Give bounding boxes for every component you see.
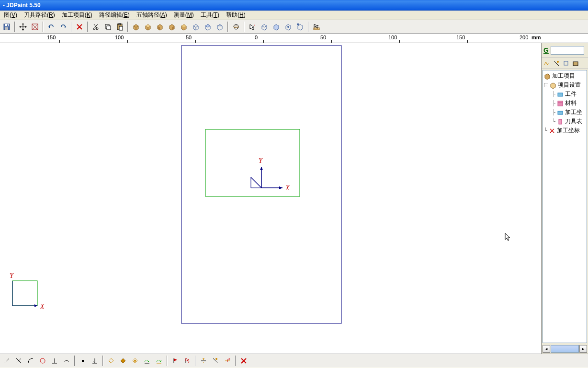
point-tool-icon[interactable] xyxy=(77,355,89,367)
diamond1-icon[interactable] xyxy=(105,355,117,367)
diamond3-icon[interactable] xyxy=(129,355,141,367)
svg-rect-25 xyxy=(119,26,123,30)
svg-marker-13 xyxy=(48,25,50,28)
select-arrow-icon[interactable]: x xyxy=(247,21,258,33)
project-tree[interactable]: 加工项目 - 项目设置 ├ 工件 ├ 材料 ├ 加工坐 xyxy=(543,70,587,343)
surface2-icon[interactable] xyxy=(153,355,165,367)
viewbox1-icon[interactable] xyxy=(259,21,270,33)
toollist-icon xyxy=(557,118,564,125)
canvas[interactable]: X Y X Y xyxy=(0,43,541,354)
diamond2-icon[interactable] xyxy=(117,355,129,367)
viewbox4-icon[interactable] xyxy=(294,21,306,33)
svg-line-43 xyxy=(196,26,198,27)
svg-rect-91 xyxy=(559,119,562,124)
box3-icon[interactable] xyxy=(154,21,166,33)
perp-tool-icon[interactable] xyxy=(49,355,60,367)
svg-text:x: x xyxy=(228,357,230,360)
tree-settings[interactable]: - 项目设置 xyxy=(544,80,586,90)
ruler-tool-icon[interactable] xyxy=(311,21,322,33)
delete2-icon[interactable] xyxy=(238,355,249,367)
g-code-input[interactable] xyxy=(551,46,584,55)
surface1-icon[interactable] xyxy=(141,355,153,367)
svg-marker-47 xyxy=(217,24,222,30)
tree-material[interactable]: ├ 材料 xyxy=(544,99,586,108)
box4-icon[interactable] xyxy=(166,21,178,33)
tree-toollist[interactable]: └ 刀具表 xyxy=(544,117,586,126)
curve-tool-icon[interactable] xyxy=(13,355,24,367)
separator xyxy=(227,22,228,32)
box1-icon[interactable] xyxy=(130,21,142,33)
menu-tools[interactable]: 工具(T) xyxy=(198,10,222,20)
cut-icon[interactable] xyxy=(90,21,102,33)
side-tool4-icon[interactable] xyxy=(571,59,580,68)
edit1-icon[interactable] xyxy=(198,355,209,367)
tree-root[interactable]: 加工项目 xyxy=(544,71,586,80)
tree-coordinate[interactable]: ├ 加工坐 xyxy=(544,108,586,117)
svg-rect-24 xyxy=(119,23,121,25)
separator xyxy=(167,356,168,366)
paste-icon[interactable] xyxy=(114,21,125,33)
arc-tool-icon[interactable] xyxy=(25,355,36,367)
coord-icon xyxy=(557,109,564,116)
scroll-right-icon[interactable]: ► xyxy=(579,345,587,353)
collapse-icon[interactable]: - xyxy=(544,83,548,87)
wirebox1-icon[interactable] xyxy=(190,21,202,33)
svg-point-97 xyxy=(40,358,45,363)
separator xyxy=(308,22,309,32)
svg-line-42 xyxy=(193,26,196,27)
move-icon[interactable] xyxy=(17,21,29,33)
tangent-tool-icon[interactable] xyxy=(61,355,72,367)
delete-icon[interactable] xyxy=(74,21,85,33)
svg-line-103 xyxy=(93,361,95,363)
circle-tool-icon[interactable] xyxy=(37,355,48,367)
redo-icon[interactable] xyxy=(57,21,69,33)
menu-toolpath[interactable]: 刀具路径(R) xyxy=(21,10,58,20)
flag1-icon[interactable] xyxy=(170,355,181,367)
svg-point-50 xyxy=(234,26,238,28)
box5-icon[interactable] xyxy=(178,21,190,33)
mini-y-label: Y xyxy=(10,272,14,279)
menu-measure[interactable]: 测量(M) xyxy=(171,10,197,20)
separator xyxy=(127,22,128,32)
svg-rect-82 xyxy=(564,61,568,65)
side-scrollbar[interactable]: ◄ ► xyxy=(543,345,587,353)
side-tool2-icon[interactable] xyxy=(552,59,561,68)
tree-workpiece[interactable]: ├ 工件 xyxy=(544,90,586,99)
svg-marker-104 xyxy=(109,358,113,363)
separator xyxy=(244,22,245,32)
menu-help[interactable]: 帮助(H) xyxy=(223,10,249,20)
scroll-left-icon[interactable]: ◄ xyxy=(543,345,550,353)
svg-point-120 xyxy=(215,358,217,360)
wirebox3-icon[interactable] xyxy=(214,21,226,33)
svg-text:x: x xyxy=(188,360,190,364)
side-tool1-icon[interactable] xyxy=(543,59,551,68)
fit-icon[interactable] xyxy=(29,21,41,33)
axis-tool-icon[interactable] xyxy=(89,355,101,367)
menu-5axis[interactable]: 五轴路径(A) xyxy=(134,10,170,20)
svg-rect-75 xyxy=(12,281,37,306)
menu-pathedit[interactable]: 路径编辑(E) xyxy=(96,10,133,20)
copy-icon[interactable] xyxy=(102,21,113,33)
edit2-icon[interactable] xyxy=(210,355,221,367)
svg-line-94 xyxy=(4,358,9,363)
svg-rect-87 xyxy=(558,101,563,106)
scroll-thumb[interactable] xyxy=(551,345,579,353)
box2-icon[interactable] xyxy=(142,21,154,33)
tree-coords-system[interactable]: └ 加工坐标 xyxy=(544,126,586,135)
viewbox2-icon[interactable] xyxy=(271,21,282,33)
svg-line-55 xyxy=(264,26,267,27)
viewbox3-icon[interactable] xyxy=(283,21,294,33)
menu-view[interactable]: 图(V) xyxy=(1,10,20,20)
undo-icon[interactable] xyxy=(45,21,57,33)
flag2-icon[interactable]: x xyxy=(181,355,193,367)
wirebox2-icon[interactable] xyxy=(202,21,214,33)
side-tool3-icon[interactable] xyxy=(562,59,570,68)
svg-text:x: x xyxy=(254,23,255,26)
save-icon[interactable] xyxy=(1,21,12,33)
rotate-icon[interactable] xyxy=(230,21,242,33)
edit3-icon[interactable]: x xyxy=(222,355,233,367)
bottom-toolbar: x x xyxy=(0,354,588,367)
side-mini-toolbar xyxy=(542,58,588,69)
line-tool-icon[interactable] xyxy=(1,355,12,367)
menu-project[interactable]: 加工项目(K) xyxy=(59,10,95,20)
